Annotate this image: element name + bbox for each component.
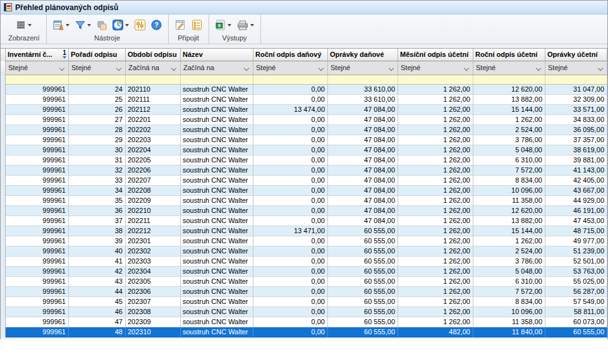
grid-cell-rocni-odpis-danovy[interactable]: 0,00 [253,267,328,277]
column-header-inventarni-cislo[interactable]: Inventární č...1 [6,49,69,61]
grid-cell-opravky-ucetni[interactable]: 49 977,00 [545,236,607,246]
table-row[interactable]: 99996136202210soustruh CNC Walter0,0047 … [1,206,607,216]
grid-cell-nazev[interactable]: soustruh CNC Walter [181,226,253,236]
filter-dropdown-opravky-ucetni[interactable]: Stejné [545,61,607,75]
grid-cell-opravky-ucetni[interactable]: 51 239,00 [545,246,607,257]
grid-cell-mesicni-odpis-ucetni[interactable]: 1 262,00 [398,125,473,135]
grid-cell-rocni-odpis-ucetni[interactable]: 1 262,00 [473,115,545,125]
grid-cell-opravky-danove[interactable]: 60 555,00 [328,327,398,337]
grid-cell-rocni-odpis-ucetni[interactable]: 8 834,00 [473,297,545,307]
grid-cell-opravky-danove[interactable]: 47 084,00 [328,216,398,226]
grid-cell-nazev[interactable]: soustruh CNC Walter [181,277,253,287]
grid-cell-rocni-odpis-ucetni[interactable]: 10 096,00 [473,307,545,317]
grid-cell-opravky-danove[interactable]: 60 555,00 [328,246,398,257]
grid-cell-nazev[interactable]: soustruh CNC Walter [181,125,253,135]
grid-cell-rocni-odpis-ucetni[interactable]: 5 048,00 [473,267,545,277]
grid-cell-opravky-danove[interactable]: 47 084,00 [328,166,398,176]
grid-cell-inventarni-cislo[interactable]: 999961 [6,105,69,115]
grid-cell-rocni-odpis-danovy[interactable]: 0,00 [253,327,328,337]
grid-cell-opravky-ucetni[interactable]: 53 763,00 [545,267,607,277]
table-row[interactable]: 99996135202209soustruh CNC Walter0,0047 … [1,196,607,206]
grid-cell-mesicni-odpis-ucetni[interactable]: 1 262,00 [398,216,473,226]
grid-cell-poradi-odpisu[interactable]: 41 [69,257,126,267]
grid-cell-opravky-danove[interactable]: 60 555,00 [328,287,398,297]
grid-cell-opravky-danove[interactable]: 47 084,00 [328,186,398,196]
column-header-mesicni-odpis-ucetni[interactable]: Měsíční odpis účetní [398,49,473,61]
grid-cell-poradi-odpisu[interactable]: 37 [69,216,126,226]
copy-button[interactable] [95,20,108,31]
grid-cell-opravky-danove[interactable]: 47 084,00 [328,206,398,216]
grid-cell-rocni-odpis-danovy[interactable]: 0,00 [253,155,328,166]
grid-cell-opravky-ucetni[interactable]: 43 667,00 [545,186,607,196]
view-layout-button[interactable] [15,20,33,30]
table-row[interactable]: 99996144202306soustruh CNC Walter0,0060 … [1,287,607,297]
grid-cell-opravky-ucetni[interactable]: 42 405,00 [545,176,607,186]
grid-cell-rocni-odpis-ucetni[interactable]: 15 144,00 [473,226,545,236]
grid-cell-rocni-odpis-ucetni[interactable]: 12 620,00 [473,85,545,95]
table-row[interactable]: 99996128202202soustruh CNC Walter0,0047 … [1,125,607,135]
grid-cell-rocni-odpis-danovy[interactable]: 0,00 [253,277,328,287]
filter-dropdown-poradi-odpisu[interactable]: Stejné [69,61,126,75]
grid-cell-obdobi-odpisu[interactable]: 202208 [126,186,181,196]
grid-cell-mesicni-odpis-ucetni[interactable]: 1 262,00 [398,115,473,125]
grid-cell-mesicni-odpis-ucetni[interactable]: 1 262,00 [398,287,473,297]
table-row[interactable]: 99996134202208soustruh CNC Walter0,0047 … [1,186,607,196]
grid-cell-opravky-ucetni[interactable]: 46 191,00 [545,206,607,216]
grid-cell-poradi-odpisu[interactable]: 25 [69,95,126,105]
table-row[interactable]: 99996126202112soustruh CNC Walter13 474,… [1,105,607,115]
grid-cell-rocni-odpis-ucetni[interactable]: 6 310,00 [473,277,545,287]
grid-cell-obdobi-odpisu[interactable]: 202212 [126,226,181,236]
grid-cell-poradi-odpisu[interactable]: 39 [69,236,126,246]
grid-cell-rocni-odpis-ucetni[interactable]: 13 882,00 [473,95,545,105]
column-header-nazev[interactable]: Název [181,49,253,61]
grid-cell-rocni-odpis-danovy[interactable]: 0,00 [253,246,328,257]
grid-cell-inventarni-cislo[interactable]: 999961 [6,267,69,277]
grid-cell-nazev[interactable]: soustruh CNC Walter [181,155,253,166]
grid-cell-poradi-odpisu[interactable]: 29 [69,135,126,145]
grid-cell-poradi-odpisu[interactable]: 28 [69,125,126,135]
table-row[interactable]: 99996124202110soustruh CNC Walter0,0033 … [1,85,607,95]
grid-cell-mesicni-odpis-ucetni[interactable]: 1 262,00 [398,166,473,176]
grid-cell-poradi-odpisu[interactable]: 44 [69,287,126,297]
grid-cell-opravky-ucetni[interactable]: 32 309,00 [545,95,607,105]
grid-cell-poradi-odpisu[interactable]: 43 [69,277,126,287]
grid-cell-nazev[interactable]: soustruh CNC Walter [181,135,253,145]
grid-cell-obdobi-odpisu[interactable]: 202308 [126,307,181,317]
grid-cell-opravky-ucetni[interactable]: 55 025,00 [545,277,607,287]
checklist-button[interactable] [190,19,204,31]
grid-cell-mesicni-odpis-ucetni[interactable]: 1 262,00 [398,317,473,327]
grid-cell-rocni-odpis-ucetni[interactable]: 11 358,00 [473,317,545,327]
grid-cell-inventarni-cislo[interactable]: 999961 [6,155,69,166]
grid-cell-obdobi-odpisu[interactable]: 202211 [126,216,181,226]
grid-cell-obdobi-odpisu[interactable]: 202307 [126,297,181,307]
table-row[interactable]: 99996133202207soustruh CNC Walter0,0047 … [1,176,607,186]
grid-cell-inventarni-cislo[interactable]: 999961 [6,186,69,196]
grid-cell-rocni-odpis-danovy[interactable]: 0,00 [253,85,328,95]
grid-cell-opravky-ucetni[interactable]: 39 881,00 [545,155,607,166]
grid-cell-nazev[interactable]: soustruh CNC Walter [181,176,253,186]
grid-cell-opravky-ucetni[interactable]: 33 571,00 [545,105,607,115]
grid-cell-rocni-odpis-danovy[interactable]: 0,00 [253,115,328,125]
table-row[interactable]: 99996127202201soustruh CNC Walter0,0047 … [1,115,607,125]
grid-cell-opravky-ucetni[interactable]: 60 073,00 [545,317,607,327]
column-header-poradi-odpisu[interactable]: Pořadí odpisu [69,49,126,61]
grid-cell-mesicni-odpis-ucetni[interactable]: 1 262,00 [398,206,473,216]
grid-cell-rocni-odpis-ucetni[interactable]: 7 572,00 [473,166,545,176]
grid-cell-opravky-ucetni[interactable]: 34 833,00 [545,115,607,125]
table-row[interactable]: 99996140202302soustruh CNC Walter0,0060 … [1,246,607,257]
grid-cell-mesicni-odpis-ucetni[interactable]: 1 262,00 [398,236,473,246]
grid-cell-mesicni-odpis-ucetni[interactable]: 1 262,00 [398,277,473,287]
options-button[interactable] [133,19,147,31]
grid-cell-nazev[interactable]: soustruh CNC Walter [181,206,253,216]
grid-cell-opravky-danove[interactable]: 47 084,00 [328,176,398,186]
grid-cell-poradi-odpisu[interactable]: 27 [69,115,126,125]
column-header-opravky-danove[interactable]: Oprávky daňové [328,49,398,61]
filter-dropdown-rocni-odpis-danovy[interactable]: Stejné [253,61,328,75]
grid-cell-opravky-danove[interactable]: 60 555,00 [328,267,398,277]
grid-cell-nazev[interactable]: soustruh CNC Walter [181,236,253,246]
grid-cell-rocni-odpis-danovy[interactable]: 0,00 [253,176,328,186]
grid-cell-rocni-odpis-danovy[interactable]: 0,00 [253,196,328,206]
help-button[interactable]: ? [150,19,163,31]
grid-cell-mesicni-odpis-ucetni[interactable]: 1 262,00 [398,135,473,145]
grid-cell-nazev[interactable]: soustruh CNC Walter [181,196,253,206]
